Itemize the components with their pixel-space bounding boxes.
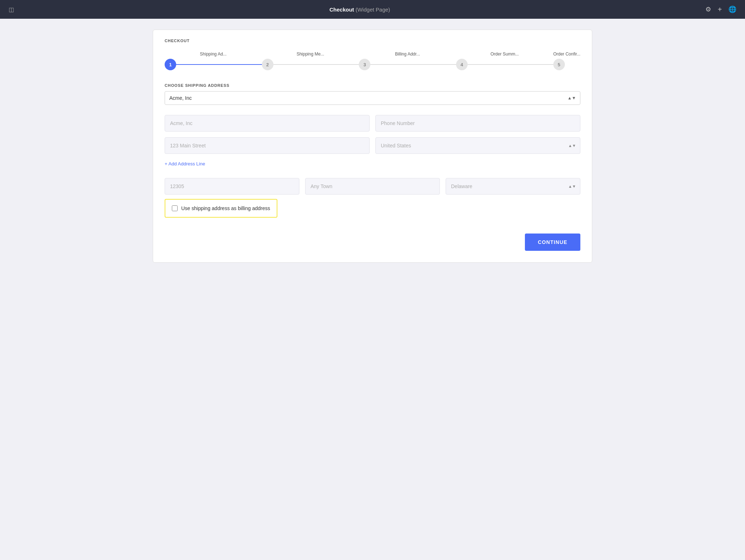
step-3-circle: 3 <box>359 59 370 70</box>
step-5-circle: 5 <box>553 59 565 70</box>
sidebar-toggle-icon[interactable]: ◫ <box>9 6 14 13</box>
form-row-3: Delaware ▲▼ <box>165 178 580 195</box>
step-1: Shipping Ad... 1 <box>165 52 262 70</box>
country-select[interactable]: United States <box>375 137 580 154</box>
step-4-circle-row: 4 <box>456 59 553 70</box>
gear-icon[interactable]: ⚙ <box>705 5 711 13</box>
company-input[interactable] <box>165 115 370 132</box>
zip-input[interactable] <box>165 178 299 195</box>
stepper: Shipping Ad... 1 Shipping Me... 2 Billin… <box>165 52 580 70</box>
step-2-circle: 2 <box>262 59 273 70</box>
connector-3-4 <box>370 64 456 65</box>
step-2-circle-row: 2 <box>262 59 359 70</box>
step-1-circle-row: 1 <box>165 59 262 70</box>
shipping-address-select-wrapper: Acme, Inc ▲▼ <box>165 91 580 105</box>
step-4-circle: 4 <box>456 59 468 70</box>
step-5-label: Order Confir... <box>553 52 580 57</box>
bottom-bar: CONTINUE <box>165 234 580 251</box>
connector-4-5 <box>468 64 553 65</box>
checkout-card: CHECKOUT Shipping Ad... 1 Shipping Me...… <box>153 30 592 263</box>
connector-2-3 <box>273 64 359 65</box>
globe-icon[interactable]: 🌐 <box>728 5 736 13</box>
address-input[interactable] <box>165 137 370 154</box>
billing-checkbox[interactable] <box>172 205 178 211</box>
add-address-link[interactable]: + Add Address Line <box>165 161 580 166</box>
page-wrapper: CHECKOUT Shipping Ad... 1 Shipping Me...… <box>138 19 607 274</box>
form-row-2: United States ▲▼ <box>165 137 580 154</box>
topbar: ◫ Checkout (Widget Page) ⚙ + 🌐 <box>0 0 745 19</box>
step-4-label: Order Summ... <box>490 52 519 57</box>
form-row-1 <box>165 115 580 132</box>
step-2: Shipping Me... 2 <box>262 52 359 70</box>
shipping-section-label: CHOOSE SHIPPING ADDRESS <box>165 83 580 88</box>
billing-checkbox-label: Use shipping address as billing address <box>181 205 270 211</box>
step-3-label: Billing Addr... <box>395 52 420 57</box>
card-title: CHECKOUT <box>165 39 580 43</box>
city-input[interactable] <box>305 178 440 195</box>
state-select[interactable]: Delaware <box>446 178 580 195</box>
shipping-address-select[interactable]: Acme, Inc <box>165 91 580 105</box>
step-5: Order Confir... 5 <box>553 52 580 70</box>
step-1-label: Shipping Ad... <box>200 52 227 57</box>
address-form: United States ▲▼ + Add Address Line Dela… <box>165 115 580 195</box>
topbar-left: ◫ <box>9 6 14 13</box>
step-1-circle: 1 <box>165 59 176 70</box>
step-2-label: Shipping Me... <box>296 52 324 57</box>
step-3-circle-row: 3 <box>359 59 456 70</box>
connector-1-2 <box>176 64 262 65</box>
country-select-wrap: United States ▲▼ <box>375 137 580 154</box>
topbar-title: Checkout (Widget Page) <box>329 6 390 13</box>
continue-button[interactable]: CONTINUE <box>525 234 580 251</box>
step-4: Order Summ... 4 <box>456 52 553 70</box>
billing-checkbox-section[interactable]: Use shipping address as billing address <box>165 199 277 218</box>
step-5-circle-row: 5 <box>553 59 580 70</box>
state-select-wrap: Delaware ▲▼ <box>446 178 580 195</box>
plus-icon[interactable]: + <box>718 5 722 14</box>
step-3: Billing Addr... 3 <box>359 52 456 70</box>
topbar-right: ⚙ + 🌐 <box>705 5 736 14</box>
phone-input[interactable] <box>375 115 580 132</box>
